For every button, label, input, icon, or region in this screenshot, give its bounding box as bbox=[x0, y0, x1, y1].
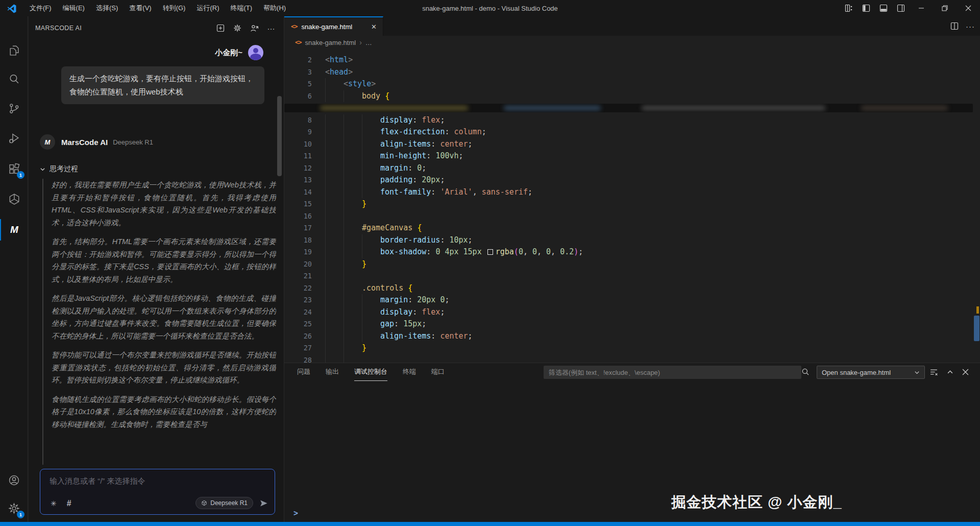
editor-group: <> snake-game.html ✕ ··· <> snake-game.h… bbox=[284, 16, 980, 363]
debug-filter-box[interactable] bbox=[544, 366, 801, 379]
code-line: 3<head> bbox=[284, 66, 980, 79]
redacted-code-line bbox=[284, 104, 973, 112]
marscode-avatar-icon: M bbox=[40, 134, 55, 150]
ai-message-header: M MarsCode AI Deepseek R1 bbox=[40, 134, 153, 150]
restore-button[interactable] bbox=[933, 0, 957, 16]
close-window-button[interactable] bbox=[957, 0, 980, 16]
marscode-ai-icon[interactable]: M bbox=[0, 218, 28, 242]
extension-hex-icon[interactable] bbox=[0, 187, 28, 211]
account-icon[interactable] bbox=[0, 468, 28, 492]
watermark-text: 掘金技术社区 @ 小金刚_ bbox=[671, 492, 842, 513]
debug-filter-input[interactable] bbox=[544, 366, 801, 379]
settings-badge: 1 bbox=[17, 511, 24, 518]
menu-item[interactable]: 查看(V) bbox=[124, 0, 157, 16]
menu-item[interactable]: 帮助(H) bbox=[258, 0, 291, 16]
chat-input-field[interactable] bbox=[50, 476, 243, 485]
new-chat-icon[interactable] bbox=[216, 23, 225, 33]
code-line: 27} bbox=[284, 342, 980, 354]
menu-item[interactable]: 编辑(E) bbox=[57, 0, 90, 16]
panel-tab[interactable]: 调试控制台 bbox=[354, 363, 387, 381]
panel-tab-bar: 问题输出调试控制台终端端口 bbox=[297, 363, 445, 381]
toggle-panel-icon[interactable] bbox=[875, 0, 892, 16]
minimize-button[interactable] bbox=[910, 0, 933, 16]
ai-model-label: Deepseek R1 bbox=[113, 138, 153, 146]
vscode-window: 文件(F)编辑(E)选择(S)查看(V)转到(G)运行(R)终端(T)帮助(H)… bbox=[0, 0, 980, 526]
filter-search-icon bbox=[801, 367, 810, 376]
tab-close-icon[interactable]: ✕ bbox=[370, 22, 378, 32]
user-message-bubble: 生成一个贪吃蛇游戏，要有停止按钮，开始游戏按钮，食物的位置随机，使用web技术栈 bbox=[61, 66, 264, 104]
code-line: 8display: flex; bbox=[284, 114, 980, 127]
menu-item[interactable]: 运行(R) bbox=[191, 0, 225, 16]
panel-maximize-chevron-icon[interactable] bbox=[947, 369, 953, 375]
console-target-dropdown[interactable]: Open snake-game.html bbox=[817, 366, 925, 379]
panel-tab[interactable]: 端口 bbox=[431, 363, 445, 381]
tab-snake-game[interactable]: <> snake-game.html ✕ bbox=[284, 16, 383, 36]
source-control-icon[interactable] bbox=[0, 96, 28, 121]
thinking-label: 思考过程 bbox=[50, 164, 78, 174]
code-line: 24display: flex; bbox=[284, 306, 980, 319]
breadcrumb-ellipsis[interactable]: … bbox=[365, 39, 372, 46]
settings-gear-icon[interactable]: 1 bbox=[0, 496, 28, 520]
extensions-icon[interactable]: 1 bbox=[0, 156, 28, 181]
dropdown-chevron-icon bbox=[914, 370, 920, 375]
clear-console-icon[interactable] bbox=[929, 368, 938, 376]
panel-tab[interactable]: 问题 bbox=[297, 363, 310, 381]
run-debug-icon[interactable] bbox=[0, 126, 28, 150]
code-line: 23margin: 20px 0; bbox=[284, 294, 980, 306]
scrollbar-mark-orange bbox=[976, 306, 979, 314]
debug-console-prompt[interactable]: > bbox=[293, 509, 298, 518]
code-line: 26align-items: center; bbox=[284, 330, 980, 343]
thinking-content: 好的，我现在需要帮用户生成一个贪吃蛇游戏，使用Web技术栈，并且要有开始和暂停按… bbox=[42, 179, 276, 465]
chat-input-box[interactable]: ✳ # Deepseek R1 bbox=[40, 469, 275, 515]
menu-item[interactable]: 选择(S) bbox=[90, 0, 124, 16]
code-line: 14font-family: 'Arial', sans-serif; bbox=[284, 186, 980, 199]
scrollbar-mark-blue bbox=[974, 316, 979, 341]
model-selector-pill[interactable]: Deepseek R1 bbox=[195, 497, 253, 509]
panel-tab[interactable]: 终端 bbox=[403, 363, 416, 381]
code-line: 18border-radius: 10px; bbox=[284, 234, 980, 247]
more-actions-icon[interactable]: ··· bbox=[266, 23, 276, 33]
panel-close-icon[interactable] bbox=[962, 369, 969, 375]
chevron-down-icon bbox=[40, 166, 45, 172]
send-message-icon[interactable] bbox=[258, 498, 268, 508]
code-line: 12margin: 0; bbox=[284, 162, 980, 175]
code-line: 28 bbox=[284, 354, 980, 363]
menu-item[interactable]: 转到(G) bbox=[157, 0, 191, 16]
breadcrumb-file-icon: <> bbox=[295, 39, 301, 46]
code-line: 22.controls { bbox=[284, 282, 980, 295]
model-cube-icon bbox=[201, 500, 207, 506]
code-line: 10align-items: center; bbox=[284, 138, 980, 151]
thinking-paragraph: 好的，我现在需要帮用户生成一个贪吃蛇游戏，使用Web技术栈，并且要有开始和暂停按… bbox=[52, 179, 276, 229]
share-profile-icon[interactable] bbox=[250, 23, 259, 33]
editor-scrollbar[interactable] bbox=[973, 54, 980, 363]
panel-tab[interactable]: 输出 bbox=[326, 363, 339, 381]
toggle-secondary-sidebar-icon[interactable] bbox=[892, 0, 910, 16]
thinking-paragraph: 食物随机生成的位置需要考虑画布的大小和蛇的移动步长。假设每个格子是10x10像素… bbox=[52, 393, 276, 431]
tab-label: snake-game.html bbox=[301, 23, 370, 31]
sidebar-scrollbar[interactable] bbox=[277, 96, 282, 176]
thinking-paragraph: 然后是JavaScript部分。核心逻辑包括蛇的移动、食物的生成、碰撞检测以及用… bbox=[52, 292, 276, 342]
explorer-icon[interactable] bbox=[0, 38, 28, 62]
thinking-paragraph: 首先，结构部分。HTML需要一个画布元素来绘制游戏区域，还需要两个按钮：开始游戏… bbox=[52, 235, 276, 285]
extensions-badge: 1 bbox=[17, 171, 24, 179]
activity-bar: 1 M 1 bbox=[0, 16, 28, 522]
context-hash-icon[interactable]: # bbox=[67, 499, 71, 508]
thinking-toggle[interactable]: 思考过程 bbox=[40, 164, 78, 174]
chat-settings-gear-icon[interactable] bbox=[233, 23, 242, 33]
sidebar-header: MARSCODE AI bbox=[35, 21, 276, 35]
toggle-sidebar-icon[interactable] bbox=[857, 0, 875, 16]
bottom-panel: 问题输出调试控制台终端端口 Open snake-game.html bbox=[284, 363, 980, 522]
sidebar-title: MARSCODE AI bbox=[35, 25, 216, 32]
menu-item[interactable]: 文件(F) bbox=[24, 0, 57, 16]
code-line: 15} bbox=[284, 198, 980, 210]
code-line: 25gap: 15px; bbox=[284, 318, 980, 330]
editor-tab-bar: <> snake-game.html ✕ ··· bbox=[284, 16, 980, 36]
menu-item[interactable]: 终端(T) bbox=[225, 0, 258, 16]
menu-bar: 文件(F)编辑(E)选择(S)查看(V)转到(G)运行(R)终端(T)帮助(H) bbox=[24, 0, 291, 16]
breadcrumb-file[interactable]: snake-game.html bbox=[305, 39, 356, 46]
editor-more-actions-icon[interactable]: ··· bbox=[966, 22, 975, 31]
customize-layout-icon[interactable] bbox=[840, 0, 857, 16]
commands-spark-icon[interactable]: ✳ bbox=[51, 499, 57, 508]
split-editor-icon[interactable] bbox=[950, 22, 959, 30]
search-icon[interactable] bbox=[0, 66, 28, 91]
